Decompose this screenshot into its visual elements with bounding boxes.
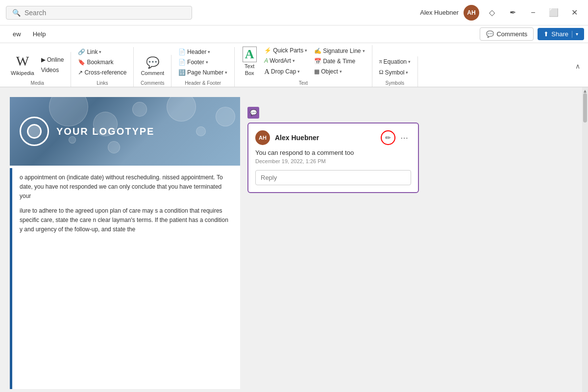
comment-actions: ✏ ⋯ <box>381 130 411 145</box>
ribbon-btn-drop-cap[interactable]: A Drop Cap ▾ <box>261 66 310 77</box>
symbol-label: Symbol <box>385 69 404 76</box>
ribbon-btn-wordart[interactable]: A WordArt ▾ <box>261 56 310 66</box>
ribbon-btn-bookmark[interactable]: 🔖 Bookmark <box>75 57 129 67</box>
ribbon-btn-footer[interactable]: 📄 Footer ▾ <box>175 57 230 67</box>
comment-edit-button[interactable]: ✏ <box>381 130 395 145</box>
search-icon: 🔍 <box>12 9 21 17</box>
date-time-label: Date & Time <box>323 58 355 65</box>
ribbon-column-links: 🔗 Link ▾ 🔖 Bookmark ↗ Cross-reference <box>75 47 129 77</box>
ribbon-btn-link[interactable]: 🔗 Link ▾ <box>75 47 129 57</box>
ribbon-btn-date-time[interactable]: 📅 Date & Time <box>311 56 368 66</box>
ribbon-btn-signature-line[interactable]: ✍ Signature Line ▾ <box>311 46 368 56</box>
ribbon-group-symbols: π Equation ▾ Ω Symbol ▾ Symbols <box>372 56 418 87</box>
ribbon-items-links: 🔗 Link ▾ 🔖 Bookmark ↗ Cross-reference <box>75 47 129 78</box>
object-label: Object <box>321 68 338 75</box>
comments-icon: 💬 <box>486 30 494 38</box>
drop-cap-label: Drop Cap <box>271 68 296 75</box>
footer-chevron-icon: ▾ <box>206 60 208 65</box>
quick-parts-chevron-icon: ▾ <box>305 48 307 53</box>
link-chevron-icon: ▾ <box>99 49 101 54</box>
ribbon-group-text: A Text Box ⚡ Quick Parts ▾ A WordArt ▾ A… <box>235 45 372 87</box>
bubble-8 <box>108 141 120 153</box>
textbox-label2: Box <box>245 70 254 76</box>
equation-label: Equation <box>384 58 407 65</box>
ribbon-btn-online-videos[interactable]: ▶ Online <box>38 55 67 65</box>
page-number-label: Page Number <box>187 69 223 76</box>
object-chevron-icon: ▾ <box>340 69 342 74</box>
ribbon-group-header-footer: 📄 Header ▾ 📄 Footer ▾ 🔢 Page Number ▾ He… <box>172 47 235 87</box>
comment-floating-icon[interactable]: 💬 <box>247 107 259 119</box>
ribbon-column-text: ⚡ Quick Parts ▾ A WordArt ▾ A Drop Cap ▾ <box>261 46 310 77</box>
ribbon-btn-page-number[interactable]: 🔢 Page Number ▾ <box>175 68 230 77</box>
doc-header-image: YOUR LOGOTYPE <box>10 97 240 166</box>
drop-cap-icon: A <box>264 68 270 76</box>
pen-icon[interactable]: ✒ <box>505 5 520 21</box>
scrollbar-thumb[interactable] <box>583 93 587 122</box>
menu-item-help[interactable]: Help <box>28 28 51 40</box>
titlebar: 🔍 Alex Huebner AH ◇ ✒ − ⬜ ✕ <box>0 0 588 25</box>
ribbon-collapse-button[interactable]: ∧ <box>571 60 584 72</box>
equation-chevron-icon: ▾ <box>408 59 411 64</box>
share-button[interactable]: ⬆ Share ▾ <box>538 28 584 40</box>
comment-more-button[interactable]: ⋯ <box>397 131 411 145</box>
share-chevron-icon: ▾ <box>576 31 578 37</box>
close-button[interactable]: ✕ <box>566 5 582 21</box>
user-name: Alex Huebner <box>420 9 459 16</box>
reply-input[interactable] <box>255 170 411 185</box>
ribbon-btn-symbol[interactable]: Ω Symbol ▾ <box>376 67 414 77</box>
ribbon-btn-online-videos2[interactable]: Videos <box>38 65 67 75</box>
drop-cap-chevron-icon: ▾ <box>297 69 300 74</box>
menu-item-ew[interactable]: ew <box>8 28 26 40</box>
wordart-icon: A <box>264 57 268 64</box>
footer-icon: 📄 <box>178 59 186 66</box>
date-time-icon: 📅 <box>314 58 321 65</box>
ribbon-group-media-label: Media <box>31 79 44 87</box>
ribbon-btn-object[interactable]: ▦ Object ▾ <box>311 67 368 76</box>
doc-body: o appointment on (indicate date) without… <box>10 166 240 246</box>
ribbon-btn-wikipedia-label: Wikipedia <box>11 70 34 76</box>
comments-button[interactable]: 💬 Comments <box>480 27 534 41</box>
link-label: Link <box>87 49 98 55</box>
more-icon: ⋯ <box>400 133 408 143</box>
share-icon: ⬆ <box>543 30 549 38</box>
comment-ribbon-icon: 💬 <box>146 56 159 69</box>
diamond-icon[interactable]: ◇ <box>484 5 500 21</box>
ribbon-items-symbols: π Equation ▾ Ω Symbol ▾ <box>376 56 414 78</box>
ribbon-btn-header[interactable]: 📄 Header ▾ <box>175 47 230 57</box>
search-input[interactable] <box>24 9 186 17</box>
ribbon-group-text-label: Text <box>299 79 308 87</box>
ribbon-btn-textbox[interactable]: A Text Box <box>239 45 260 77</box>
bubble-2 <box>93 112 118 136</box>
doc-page: YOUR LOGOTYPE o appointment on (indicate… <box>10 97 240 389</box>
minimize-button[interactable]: − <box>525 5 541 21</box>
ribbon-btn-comment[interactable]: 💬 Comment <box>138 55 167 77</box>
wordart-chevron-icon: ▾ <box>293 58 295 63</box>
ribbon-btn-equation[interactable]: π Equation ▾ <box>376 56 414 67</box>
header-icon: 📄 <box>178 49 186 55</box>
ribbon-btn-cross-reference[interactable]: ↗ Cross-reference <box>75 68 129 77</box>
ribbon-group-comments: 💬 Comment Comments <box>134 55 172 87</box>
menubar: ew Help <box>4 25 54 43</box>
search-box[interactable]: 🔍 <box>6 6 192 20</box>
ribbon-group-symbols-label: Symbols <box>386 79 404 87</box>
bubble-5 <box>196 126 206 136</box>
ribbon-column-header-footer: 📄 Header ▾ 📄 Footer ▾ 🔢 Page Number ▾ <box>175 47 230 77</box>
textbox-icon: A <box>243 47 257 62</box>
ribbon-btn-wikipedia[interactable]: W Wikipedia <box>8 52 37 77</box>
signature-line-icon: ✍ <box>314 48 321 54</box>
ribbon-items-text: A Text Box ⚡ Quick Parts ▾ A WordArt ▾ A… <box>239 45 368 78</box>
signature-line-label: Signature Line <box>323 48 361 54</box>
comment-avatar: AH <box>255 130 270 145</box>
ribbon-items-header-footer: 📄 Header ▾ 📄 Footer ▾ 🔢 Page Number ▾ <box>175 47 230 78</box>
bookmark-icon: 🔖 <box>78 59 85 66</box>
restore-button[interactable]: ⬜ <box>546 5 562 21</box>
comment-author: Alex Huebner <box>275 134 376 142</box>
signature-line-chevron-icon: ▾ <box>363 49 365 53</box>
ribbon: W Wikipedia ▶ Online Videos Media 🔗 Link <box>0 43 588 87</box>
doc-scrollbar[interactable]: ▲ ▼ <box>582 87 588 392</box>
ribbon-btn-quick-parts[interactable]: ⚡ Quick Parts ▾ <box>261 46 310 55</box>
ribbon-group-links: 🔗 Link ▾ 🔖 Bookmark ↗ Cross-reference Li… <box>71 47 134 87</box>
comments-label: Comments <box>496 30 527 38</box>
cross-reference-icon: ↗ <box>78 69 83 76</box>
ribbon-group-links-label: Links <box>97 79 108 87</box>
